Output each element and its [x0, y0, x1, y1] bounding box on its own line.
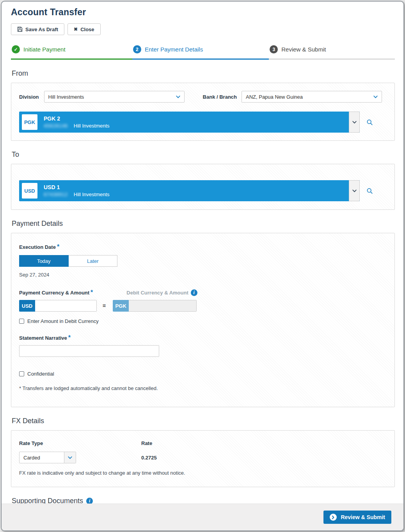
rate-type-select[interactable]: Carded [19, 452, 76, 463]
debit-currency-amount-label: Debit Currency & Amount [126, 290, 188, 296]
fx-details-heading: FX Details [12, 417, 395, 425]
to-section-heading: To [12, 151, 395, 159]
required-marker: * [91, 289, 93, 296]
payment-details-heading: Payment Details [12, 220, 395, 228]
info-icon[interactable]: i [191, 289, 197, 296]
amount-row: USD = PGK [19, 300, 387, 312]
division-label: Division [19, 94, 39, 100]
enter-in-debit-row[interactable]: Enter Amount in Debit Currency [19, 318, 387, 324]
from-section-heading: From [12, 69, 395, 78]
review-submit-label: Review & Submit [341, 514, 385, 520]
toolbar: Save As Draft ✖ Close [11, 23, 395, 35]
bank-branch-selected-value: ANZ, Papua New Guinea [242, 94, 369, 100]
account-search-icon[interactable] [366, 188, 373, 194]
save-as-draft-label: Save As Draft [25, 27, 58, 32]
later-toggle-button[interactable]: Later [69, 255, 118, 267]
fx-details-panel: Rate Type Carded Rate 0.2725 FX rate is … [11, 430, 395, 487]
required-marker: * [57, 243, 59, 250]
statement-narrative-input[interactable] [19, 345, 159, 357]
execution-date-toggle: Today Later [19, 255, 117, 267]
payment-details-panel: Execution Date* Today Later Sep 27, 2024… [11, 233, 395, 407]
confidential-row[interactable]: Confidential [19, 371, 387, 377]
enter-in-debit-checkbox[interactable] [19, 319, 24, 324]
rate-value: 0.2725 [141, 455, 157, 461]
account-name: USD 1 [44, 183, 349, 191]
app-window: Account Transfer Save As Draft ✖ Close ✓… [1, 1, 404, 531]
step-enter-payment-details[interactable]: 2 Enter Payment Details [132, 43, 269, 60]
confidential-checkbox[interactable] [19, 371, 24, 376]
stepper: ✓ Initiate Payment 2 Enter Payment Detai… [11, 43, 395, 60]
account-number-redacted: 45628146 [44, 122, 68, 130]
statement-narrative-label: Statement Narrative [19, 335, 67, 341]
close-label: Close [80, 27, 94, 32]
confidential-label: Confidential [27, 371, 54, 377]
account-info: PGK 2 45628146 Hill Investments [37, 112, 349, 133]
selected-date: Sep 27, 2024 [19, 272, 387, 278]
equals-sign: = [103, 303, 106, 309]
account-chevron-down-icon[interactable] [349, 112, 360, 133]
today-toggle-button[interactable]: Today [19, 255, 69, 267]
step-review-submit: 3 Review & Submit [269, 43, 395, 60]
step-label: Enter Payment Details [145, 46, 203, 53]
review-submit-button[interactable]: Review & Submit [323, 511, 391, 524]
main-content: Account Transfer Save As Draft ✖ Close ✓… [2, 2, 403, 531]
fx-rate-note: FX rate is indicative only and subject t… [19, 470, 387, 479]
currency-badge: USD [22, 183, 37, 199]
from-account-row: PGK PGK 2 45628146 Hill Investments [19, 112, 387, 133]
save-as-draft-button[interactable]: Save As Draft [11, 23, 64, 35]
payment-currency-badge: USD [19, 300, 35, 312]
arrow-right-icon [330, 514, 337, 521]
execution-date-label: Execution Date [19, 244, 56, 250]
account-chevron-down-icon[interactable] [349, 180, 360, 201]
step-initiate-payment[interactable]: ✓ Initiate Payment [11, 43, 132, 60]
rate-type-selected-value: Carded [20, 455, 64, 461]
account-holder: Hill Investments [74, 191, 110, 199]
to-panel: USD USD 1 67438912 Hill Investments [11, 164, 395, 210]
required-marker: * [68, 334, 71, 341]
chevron-down-icon [172, 96, 184, 98]
close-button[interactable]: ✖ Close [68, 23, 100, 35]
step-label: Review & Submit [281, 46, 326, 53]
close-icon: ✖ [74, 27, 78, 32]
from-panel: Division Hill Investments Bank / Branch … [11, 83, 395, 141]
bank-branch-select[interactable]: ANZ, Papua New Guinea [242, 91, 382, 103]
payment-amount-input[interactable] [35, 300, 97, 312]
enter-in-debit-label: Enter Amount in Debit Currency [27, 318, 99, 324]
from-account-selector[interactable]: PGK PGK 2 45628146 Hill Investments [19, 112, 360, 133]
account-search-icon[interactable] [366, 119, 373, 126]
step-number-badge: 2 [133, 45, 141, 53]
payment-currency-amount-label: Payment Currency & Amount [19, 290, 89, 296]
to-account-row: USD USD 1 67438912 Hill Investments [19, 180, 387, 201]
division-select[interactable]: Hill Investments [44, 91, 185, 103]
currency-badge: PGK [22, 114, 37, 130]
footer-bar: Review & Submit [2, 504, 403, 530]
step-label: Initiate Payment [23, 46, 66, 53]
transfers-footnote: * Transfers are lodged automatically and… [19, 385, 387, 395]
rate-type-label: Rate Type [19, 440, 43, 446]
step-number-badge: 3 [270, 45, 278, 53]
bank-branch-label: Bank / Branch [203, 94, 237, 100]
account-number-redacted: 67438912 [44, 191, 68, 199]
payment-amount-group: USD [19, 300, 97, 312]
chevron-down-icon [369, 96, 382, 98]
from-field-row: Division Hill Investments Bank / Branch … [19, 91, 387, 103]
division-selected-value: Hill Investments [44, 94, 172, 100]
to-account-selector[interactable]: USD USD 1 67438912 Hill Investments [19, 180, 360, 201]
account-name: PGK 2 [44, 115, 349, 122]
account-info: USD 1 67438912 Hill Investments [37, 180, 349, 201]
save-icon [17, 27, 23, 32]
debit-currency-badge: PGK [113, 300, 129, 312]
debit-amount-input [129, 300, 197, 312]
page-title: Account Transfer [11, 7, 395, 18]
debit-amount-group: PGK [113, 300, 197, 312]
chevron-down-icon [64, 452, 76, 463]
account-holder: Hill Investments [74, 122, 110, 130]
rate-label: Rate [141, 440, 152, 446]
step-completed-check-icon: ✓ [12, 45, 20, 53]
